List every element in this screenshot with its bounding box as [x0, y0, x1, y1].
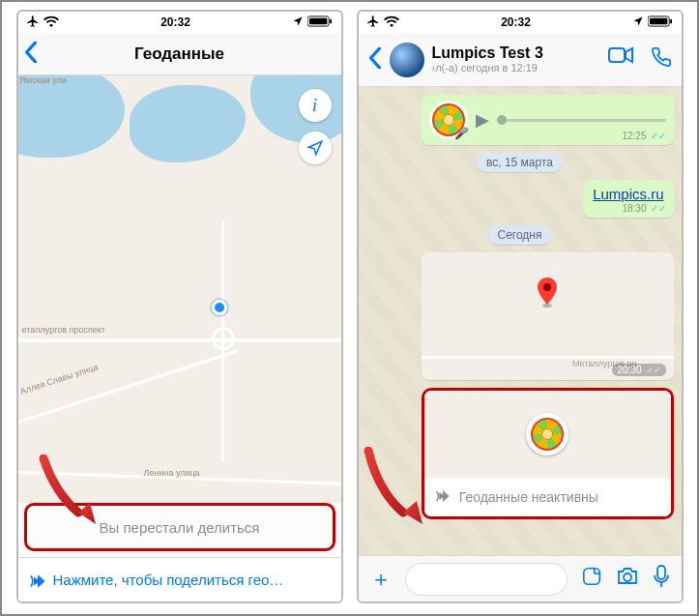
- live-location-status-label: Геоданные неактивны: [459, 489, 598, 505]
- map-lake: [130, 85, 246, 162]
- airplane-mode-icon: [26, 15, 40, 31]
- chat-input-bar: ＋: [359, 555, 682, 601]
- location-services-icon: [632, 15, 644, 30]
- battery-icon: [648, 15, 673, 30]
- left-phone: 20:32 Геоданные Ямская ули е: [16, 10, 343, 603]
- chat-title-block[interactable]: Lumpics Test 3 ›л(-а) сегодня в 12:19: [432, 44, 600, 74]
- chat-header: Lumpics Test 3 ›л(-а) сегодня в 12:19: [359, 33, 682, 87]
- voice-call-button[interactable]: [651, 46, 672, 73]
- info-icon: i: [312, 96, 317, 116]
- status-time: 20:32: [160, 15, 190, 29]
- play-button[interactable]: ▶: [476, 109, 489, 131]
- sender-avatar: 🎤: [429, 101, 468, 139]
- read-receipt-icon: ✓✓: [651, 131, 666, 141]
- date-separator: вс, 15 марта: [477, 153, 563, 172]
- chat-status: ›л(-а) сегодня в 12:19: [432, 62, 600, 74]
- message-time: 12:25: [622, 131, 646, 141]
- location-services-icon: [292, 15, 304, 30]
- date-separator: Сегодня: [488, 225, 552, 245]
- street-label: Ямская ули: [20, 75, 67, 85]
- sender-avatar: [526, 413, 568, 455]
- share-live-location-label: Нажмите, чтобы поделиться гео…: [53, 572, 284, 588]
- status-bar: 20:32: [18, 12, 341, 33]
- chat-name: Lumpics Test 3: [432, 44, 600, 62]
- stopped-sharing-banner: Вы перестали делиться: [29, 508, 331, 546]
- street-label: Ленина улица: [144, 468, 200, 478]
- recenter-button[interactable]: [299, 132, 332, 164]
- street-label: Аллея Славы улица: [18, 362, 99, 396]
- wifi-icon: [44, 15, 59, 30]
- map-road: [18, 350, 238, 436]
- wifi-icon: [384, 15, 399, 30]
- svg-rect-1: [309, 17, 327, 23]
- battery-icon: [307, 15, 333, 30]
- sticker-button[interactable]: [581, 566, 602, 593]
- svg-point-10: [624, 573, 631, 581]
- live-location-bubble[interactable]: Геоданные неактивны: [422, 388, 674, 519]
- message-input[interactable]: [405, 563, 568, 596]
- status-time: 20:32: [501, 15, 531, 29]
- info-button[interactable]: i: [299, 89, 332, 122]
- camera-button[interactable]: [616, 567, 639, 592]
- street-label: еталлургов проспект: [22, 325, 105, 335]
- voice-message-bubble[interactable]: 🎤 ▶ 12:25 ✓✓: [422, 95, 674, 145]
- svg-rect-2: [331, 18, 333, 23]
- read-receipt-icon: ✓✓: [646, 365, 661, 375]
- text-message-bubble[interactable]: Lumpics.ru 18:30 ✓✓: [583, 180, 673, 218]
- location-message-bubble[interactable]: Металлургов пр 20:30 ✓✓: [422, 252, 674, 380]
- svg-point-8: [543, 283, 551, 291]
- map-view[interactable]: Ямская ули еталлургов проспект Аллея Сла…: [18, 75, 341, 503]
- read-receipt-icon: ✓✓: [651, 203, 666, 214]
- avatar[interactable]: [390, 43, 424, 77]
- svg-rect-9: [583, 568, 599, 584]
- right-phone: 20:32 Lumpics Test 3 ›л(-а) сегодня в 12…: [357, 10, 684, 603]
- chat-body[interactable]: 🎤 ▶ 12:25 ✓✓ вс, 15 марта Lumpics.ru 18:…: [359, 87, 682, 555]
- message-time: 18:30: [622, 203, 646, 214]
- video-call-button[interactable]: [608, 46, 633, 73]
- airplane-mode-icon: [366, 15, 380, 31]
- nav-bar: Геоданные: [18, 33, 341, 75]
- audio-track[interactable]: [497, 119, 666, 122]
- svg-rect-6: [609, 48, 625, 62]
- live-location-icon: [28, 572, 45, 589]
- back-button[interactable]: [368, 47, 382, 73]
- live-location-grey-icon: [434, 487, 451, 508]
- svg-rect-5: [671, 18, 673, 23]
- mic-icon: 🎤: [454, 127, 469, 140]
- share-live-location-row[interactable]: Нажмите, чтобы поделиться гео…: [18, 557, 341, 601]
- mic-button[interactable]: [653, 565, 670, 594]
- back-button[interactable]: [24, 42, 38, 67]
- status-bar: 20:32: [359, 12, 682, 33]
- map-lake: [18, 75, 125, 158]
- attach-button[interactable]: ＋: [370, 565, 392, 594]
- svg-rect-4: [650, 17, 667, 23]
- map-road: [18, 338, 341, 342]
- location-arrow-icon: [306, 139, 324, 157]
- map-roundabout: [212, 327, 235, 350]
- message-time: 20:30: [617, 365, 641, 375]
- map-pin-icon: [537, 278, 558, 308]
- live-location-map: [424, 391, 671, 478]
- highlight-callout: Вы перестали делиться: [24, 503, 335, 551]
- nav-title: Геоданные: [134, 44, 224, 64]
- svg-rect-11: [657, 566, 665, 579]
- current-location-dot: [212, 300, 227, 315]
